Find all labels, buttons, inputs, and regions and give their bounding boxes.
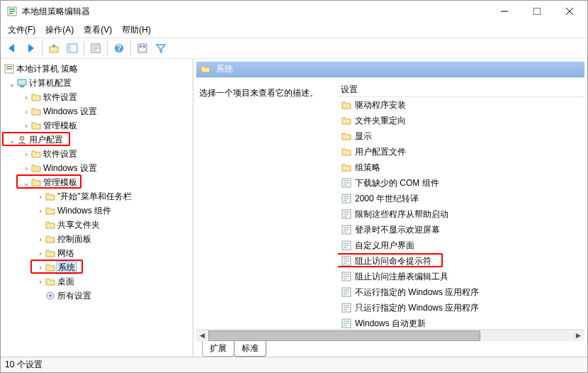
tree-item[interactable]: › Windows 设置: [1, 161, 193, 175]
tree-item[interactable]: 所有设置: [1, 289, 193, 303]
list-row[interactable]: 限制这些程序从帮助启动: [338, 206, 584, 222]
folder-icon: [30, 91, 42, 103]
details-pane: 系统 选择一个项目来查看它的描述。 设置 驱动程序安装文件夹重定向显示用户配置文…: [193, 59, 587, 357]
expand-icon[interactable]: ›: [22, 93, 30, 102]
help-button[interactable]: ?: [111, 40, 128, 57]
list-row[interactable]: 登录时不显示欢迎屏幕: [338, 222, 584, 238]
tree-item[interactable]: › Windows 设置: [1, 104, 193, 118]
expand-icon[interactable]: ›: [22, 107, 30, 116]
tree-item[interactable]: › 桌面: [1, 274, 193, 289]
policy-setting-icon: [341, 271, 352, 282]
maximize-button[interactable]: [521, 1, 553, 22]
list-row[interactable]: 用户配置文件: [338, 144, 584, 160]
scroll-thumb[interactable]: [208, 330, 480, 341]
collapse-icon[interactable]: ⌄: [8, 135, 16, 145]
expand-icon[interactable]: ›: [36, 206, 45, 216]
tree-label: 计算机配置: [28, 77, 72, 89]
list-row[interactable]: 文件夹重定向: [338, 113, 584, 128]
policy-icon: [4, 63, 15, 74]
up-button[interactable]: [45, 40, 62, 57]
list-row[interactable]: 驱动程序安装: [338, 97, 584, 113]
tree-computer-config[interactable]: ⌄ 计算机配置: [1, 76, 193, 90]
list-row[interactable]: 下载缺少的 COM 组件: [338, 175, 584, 191]
tree-item[interactable]: › 管理模板: [1, 118, 193, 133]
list-row[interactable]: 阻止访问命令提示符: [338, 253, 584, 269]
tree-label: 桌面: [56, 276, 74, 288]
svg-rect-3: [9, 13, 13, 14]
folder-icon: [45, 219, 56, 230]
scroll-right-arrow[interactable]: ►: [572, 330, 584, 342]
tree-label: 软件设置: [42, 148, 77, 160]
folder-icon: [200, 64, 212, 75]
column-header[interactable]: 设置: [338, 83, 584, 97]
list-row[interactable]: Windows 自动更新: [338, 316, 584, 329]
tree-item[interactable]: › 软件设置: [1, 147, 193, 161]
details-header-title: 系统: [216, 63, 233, 75]
tree-label: 软件设置: [42, 91, 77, 104]
list-row[interactable]: 只运行指定的 Windows 应用程序: [338, 300, 584, 316]
tab-extended[interactable]: 扩展: [202, 341, 234, 357]
menu-action[interactable]: 操作(A): [41, 23, 78, 38]
folder-icon: [341, 146, 352, 157]
tree-label: 本地计算机 策略: [15, 63, 78, 75]
close-button[interactable]: [553, 1, 586, 22]
expand-icon[interactable]: ›: [22, 164, 30, 173]
tree-label: "开始"菜单和任务栏: [56, 191, 132, 203]
tree-user-config[interactable]: ⌄ 用户配置: [1, 133, 193, 147]
properties-button[interactable]: [87, 40, 104, 57]
svg-rect-1: [9, 9, 15, 10]
tree-item[interactable]: › 网络: [1, 246, 193, 260]
menu-help[interactable]: 帮助(H): [118, 23, 155, 38]
tree-label: Windows 设置: [42, 162, 97, 174]
tree-system[interactable]: › 系统: [1, 260, 193, 274]
list-row[interactable]: 阻止访问注册表编辑工具: [338, 269, 584, 284]
policy-setting-icon: [341, 302, 352, 313]
horizontal-scrollbar[interactable]: ◄ ►: [196, 329, 584, 341]
list-row[interactable]: 显示: [338, 128, 584, 144]
folder-icon: [341, 162, 352, 173]
expand-icon[interactable]: ›: [36, 192, 45, 201]
menu-file[interactable]: 文件(F): [4, 23, 40, 38]
svg-rect-8: [50, 47, 58, 52]
svg-point-27: [49, 294, 52, 297]
list-row[interactable]: 2000 年世纪转译: [338, 191, 584, 206]
tree-item[interactable]: › 软件设置: [1, 90, 193, 104]
svg-rect-5: [533, 8, 541, 15]
details-header: 系统: [196, 62, 584, 77]
tree-admin-templates[interactable]: ⌄ 管理模板: [1, 175, 193, 189]
expand-icon[interactable]: ›: [36, 277, 45, 286]
tree-root[interactable]: 本地计算机 策略: [1, 62, 193, 76]
expand-icon[interactable]: ›: [22, 150, 30, 159]
show-hide-tree-button[interactable]: [64, 40, 81, 57]
minimize-button[interactable]: [488, 1, 521, 22]
filter-button[interactable]: [152, 40, 169, 57]
svg-rect-2: [9, 11, 15, 12]
list-row[interactable]: 不运行指定的 Windows 应用程序: [338, 284, 584, 300]
collapse-icon[interactable]: ⌄: [22, 178, 30, 187]
tree-item[interactable]: › "开始"菜单和任务栏: [1, 189, 193, 204]
user-icon: [16, 134, 28, 145]
tree-item[interactable]: 共享文件夹: [1, 218, 193, 232]
expand-icon[interactable]: ›: [36, 235, 45, 244]
expand-icon[interactable]: ›: [36, 263, 45, 272]
window-title: 本地组策略编辑器: [22, 6, 90, 18]
tree-item[interactable]: › 控制面板: [1, 232, 193, 246]
description-text: 选择一个项目来查看它的描述。: [199, 83, 338, 99]
back-button[interactable]: [4, 40, 21, 57]
list-item-label: 组策略: [355, 162, 380, 174]
options-button[interactable]: [134, 40, 151, 57]
expand-icon[interactable]: ›: [36, 249, 45, 258]
collapse-icon[interactable]: ⌄: [8, 79, 16, 88]
expand-icon[interactable]: ›: [22, 121, 30, 130]
folder-icon: [341, 130, 352, 142]
tree-item[interactable]: › Windows 组件: [1, 204, 193, 218]
tree-label: 共享文件夹: [56, 219, 100, 231]
tab-standard[interactable]: 标准: [234, 341, 266, 357]
list-row[interactable]: 自定义用户界面: [338, 238, 584, 253]
menu-view[interactable]: 查看(V): [79, 23, 116, 38]
content-area: 本地计算机 策略 ⌄ 计算机配置 › 软件设置 › Windows 设置 › 管…: [1, 59, 587, 357]
svg-line-7: [566, 8, 573, 15]
forward-button[interactable]: [22, 40, 39, 57]
scroll-left-arrow[interactable]: ◄: [196, 330, 208, 342]
list-row[interactable]: 组策略: [338, 160, 584, 175]
